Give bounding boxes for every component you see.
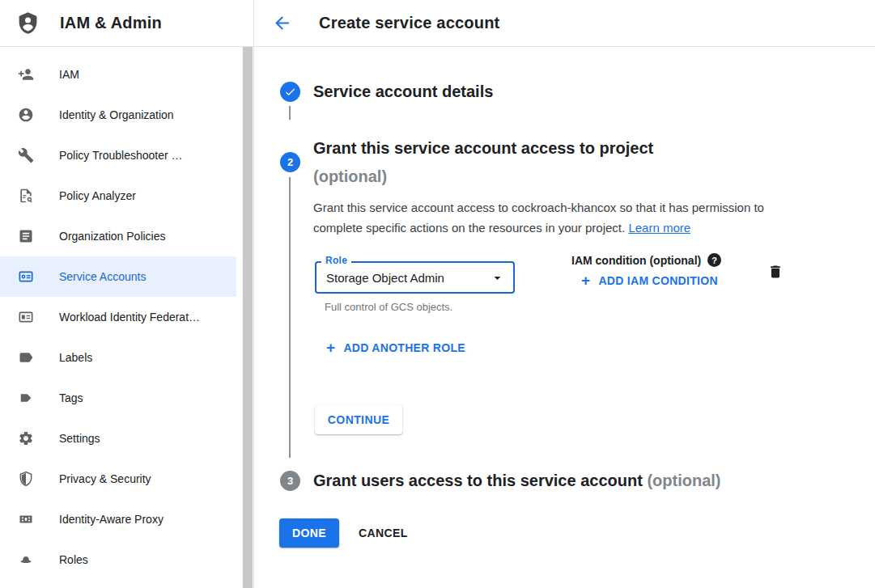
plus-icon: +	[581, 275, 590, 286]
sidebar-item-label: Identity & Organization	[59, 108, 174, 121]
app-header-right: Create service account	[254, 0, 875, 47]
sidebar-item-tags[interactable]: Tags	[0, 378, 236, 418]
back-arrow-icon[interactable]	[272, 13, 293, 34]
delete-role-trash-icon[interactable]	[767, 264, 784, 280]
continue-button[interactable]: CONTINUE	[315, 405, 402, 434]
label-icon	[18, 349, 34, 366]
app-header-left: IAM & Admin	[0, 0, 254, 47]
step1-completed-check-icon	[280, 82, 300, 102]
proxy-icon	[18, 511, 34, 527]
role-select[interactable]: Role Storage Object Admin	[315, 261, 515, 294]
sidebar-item-label: Identity-Aware Proxy	[59, 513, 164, 526]
sidebar-item-workload-identity-federation[interactable]: Workload Identity Federat…	[0, 297, 236, 337]
sidebar-item-labels[interactable]: Labels	[0, 337, 236, 378]
role-field-label: Role	[321, 255, 351, 266]
tag-arrow-icon	[18, 390, 34, 406]
sidebar-item-label: Workload Identity Federat…	[59, 311, 200, 324]
account-circle-icon	[18, 107, 34, 123]
help-icon[interactable]: ?	[707, 253, 721, 267]
step1-title: Service account details	[313, 78, 493, 106]
step2-description: Grant this service account access to coc…	[313, 197, 802, 238]
sidebar-item-label: Organization Policies	[59, 230, 166, 243]
step3-optional-label: (optional)	[647, 472, 720, 489]
step2-optional-label: (optional)	[313, 163, 653, 191]
policy-analyzer-icon	[18, 188, 34, 204]
done-button[interactable]: DONE	[279, 518, 339, 548]
step-connector	[289, 106, 291, 120]
hat-icon	[18, 552, 34, 568]
page-title: Create service account	[319, 14, 499, 32]
step2-description-text: Grant this service account access to coc…	[313, 201, 764, 235]
sidebar-item-label: IAM	[59, 68, 79, 81]
add-another-role-label: ADD ANOTHER ROLE	[343, 341, 465, 354]
sidebar-item-label: Tags	[59, 391, 83, 404]
sidebar-item-label: Service Accounts	[59, 270, 146, 283]
sidebar-item-identity-aware-proxy[interactable]: Identity-Aware Proxy	[0, 499, 236, 539]
sidebar-item-roles[interactable]: Roles	[0, 539, 236, 580]
iam-condition-label: IAM condition (optional)	[571, 254, 701, 267]
sidebar-item-policy-troubleshooter[interactable]: Policy Troubleshooter …	[0, 135, 236, 176]
sidebar-item-label: Settings	[59, 432, 100, 445]
sidebar-item-label: Privacy & Security	[59, 472, 151, 485]
sidebar-item-settings[interactable]: Settings	[0, 418, 236, 459]
sidebar-item-label: Policy Troubleshooter …	[59, 149, 183, 162]
step-connector	[289, 177, 291, 458]
add-another-role-button[interactable]: + ADD ANOTHER ROLE	[326, 341, 465, 354]
iam-admin-sidebar: IAM Identity & Organization Policy Troub…	[0, 47, 254, 588]
sidebar-item-iam[interactable]: IAM	[0, 54, 236, 95]
step3-number: 3	[287, 475, 293, 487]
sidebar-item-identity-organization[interactable]: Identity & Organization	[0, 95, 236, 135]
step2-number-badge: 2	[280, 152, 300, 172]
person-add-icon	[18, 66, 34, 82]
step2-title: Grant this service account access to pro…	[313, 134, 653, 163]
sidebar-item-policy-analyzer[interactable]: Policy Analyzer	[0, 176, 236, 216]
iam-condition-header: IAM condition (optional) ?	[571, 253, 721, 267]
dropdown-caret-icon	[490, 270, 505, 286]
article-icon	[18, 228, 34, 244]
role-field-wrapper: Role Storage Object Admin	[315, 261, 515, 294]
create-service-account-wizard: Service account details 2 Grant this ser…	[254, 47, 875, 588]
add-iam-condition-label: ADD IAM CONDITION	[598, 274, 717, 287]
app-header: IAM & Admin Create service account	[0, 0, 875, 47]
sidebar-scrollbar-track	[242, 47, 253, 588]
service-account-icon	[18, 269, 34, 285]
app-title: IAM & Admin	[60, 14, 162, 32]
role-helper-text: Full control of GCS objects.	[325, 301, 452, 313]
sidebar-item-service-accounts[interactable]: Service Accounts	[0, 256, 236, 297]
sidebar-item-privacy-security[interactable]: Privacy & Security	[0, 459, 236, 499]
iam-admin-shield-icon	[16, 10, 40, 36]
role-selected-value: Storage Object Admin	[326, 271, 490, 285]
step2-number: 2	[287, 156, 293, 168]
sidebar-item-label: Labels	[59, 351, 92, 364]
sidebar-item-organization-policies[interactable]: Organization Policies	[0, 216, 236, 256]
sidebar-item-label: Roles	[59, 553, 88, 566]
plus-icon: +	[326, 342, 335, 353]
learn-more-link[interactable]: Learn more	[628, 221, 690, 235]
cancel-button[interactable]: CANCEL	[347, 518, 419, 548]
shield-half-icon	[18, 471, 34, 487]
badge-icon	[18, 309, 34, 325]
step3-number-badge: 3	[280, 471, 300, 491]
sidebar-item-label: Policy Analyzer	[59, 189, 136, 202]
wrench-icon	[18, 147, 34, 163]
step3-title: Grant users access to this service accou…	[313, 472, 643, 489]
step2-heading: Grant this service account access to pro…	[313, 134, 653, 191]
gear-icon	[18, 430, 34, 446]
add-iam-condition-button[interactable]: + ADD IAM CONDITION	[581, 274, 718, 287]
sidebar-scrollbar-thumb[interactable]	[243, 47, 253, 588]
step3-heading: Grant users access to this service accou…	[313, 467, 721, 495]
